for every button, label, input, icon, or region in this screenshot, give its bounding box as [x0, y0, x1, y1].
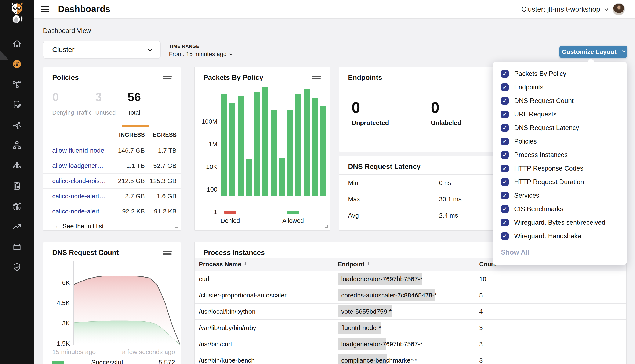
cluster-switcher[interactable]: Cluster: jlt-msft-workshop	[521, 5, 607, 13]
endpoints-stat: 0Unlabeled	[431, 99, 461, 126]
bar-allowed	[246, 159, 252, 196]
policies-card: Policies 0Denying Traffic3Unused56Total …	[43, 67, 181, 230]
checkbox-checked-icon[interactable]: ✓	[501, 192, 509, 199]
see-full-list-link[interactable]: → See the full list	[52, 222, 104, 230]
customize-menu-item[interactable]: ✓Policies	[493, 135, 627, 148]
sidebar-item-trending-up[interactable]	[0, 220, 34, 233]
checkbox-checked-icon[interactable]: ✓	[501, 84, 509, 91]
customize-menu-item[interactable]: ✓CIS Benchmarks	[493, 202, 627, 216]
policy-name-link[interactable]: calico-cloud-apiserver-…	[52, 177, 111, 184]
policy-name-link[interactable]: calico-node-alertmana…	[52, 208, 111, 215]
checkbox-checked-icon[interactable]: ✓	[501, 205, 509, 213]
policy-name-link[interactable]: calico-node-alertmana…	[52, 192, 111, 200]
y-axis-tick: 1M	[196, 140, 217, 148]
sidebar-item-home[interactable]	[0, 37, 34, 50]
policies-stat-tab[interactable]: 3Unused	[95, 90, 116, 116]
ingress-value: 146.7 GB	[111, 147, 145, 154]
customize-menu-item[interactable]: ✓URL Requests	[493, 108, 627, 121]
cluster-switcher-label: Cluster: jlt-msft-workshop	[521, 5, 600, 13]
checkbox-checked-icon[interactable]: ✓	[501, 110, 509, 118]
drag-handle-icon[interactable]	[163, 76, 172, 81]
dns-request-count-card: DNS Request Count 1.5K3K4.5K6K 15 minute…	[43, 242, 181, 364]
file-edit-icon	[12, 100, 22, 110]
checkbox-checked-icon[interactable]: ✓	[501, 124, 509, 132]
column-header: INGRESS	[111, 132, 145, 138]
sidebar-item-bar-chart[interactable]	[0, 199, 34, 213]
menu-item-label: Wireguard. Bytes sent/received	[514, 219, 605, 226]
policies-stat-tab[interactable]: 0Denying Traffic	[52, 90, 92, 116]
dashboard-gauge-icon	[12, 59, 22, 69]
endpoint-cell: loadgenerator-7697bb7567-*	[338, 340, 479, 348]
legend-item[interactable]: Allowed	[282, 211, 304, 224]
table-row: calico-node-alertmana…92.2 KB91.2 KB	[43, 204, 180, 219]
user-avatar[interactable]	[612, 3, 625, 16]
trending-up-icon	[12, 222, 22, 231]
checkbox-checked-icon[interactable]: ✓	[501, 165, 509, 172]
checkbox-checked-icon[interactable]: ✓	[501, 138, 509, 145]
stat-value: 0	[431, 99, 461, 116]
sidebar-item-network-topology[interactable]	[0, 78, 34, 91]
egress-value: 1.7 TB	[145, 147, 176, 154]
checkbox-checked-icon[interactable]: ✓	[501, 97, 509, 105]
sidebar-item-sitemap[interactable]	[0, 138, 34, 152]
stat-label: Unprotected	[352, 119, 389, 126]
drag-handle-icon[interactable]	[312, 76, 321, 81]
sidebar-item-clipboard-list[interactable]	[0, 179, 34, 192]
menu-hamburger-icon[interactable]	[41, 6, 49, 12]
sidebar-item-cluster-nodes[interactable]	[0, 159, 34, 172]
checkbox-checked-icon[interactable]: ✓	[501, 178, 509, 186]
checkbox-checked-icon[interactable]: ✓	[501, 232, 509, 240]
latency-stat-value: 2.4 ms	[439, 212, 458, 219]
drag-handle-icon[interactable]	[163, 251, 172, 256]
count-cell: 3	[479, 357, 483, 364]
table-row: /var/lib/ruby/bin/rubyfluentd-node-*3	[194, 320, 626, 336]
sidebar-item-dashboard-gauge[interactable]	[0, 57, 34, 71]
y-axis-tick: 6K	[49, 279, 70, 286]
endpoints-stat: 0Unprotected	[352, 99, 389, 126]
endpoint-chip: vote-5655bd759-*	[338, 306, 392, 318]
endpoint-chip: compliance-benchmarker-*	[338, 354, 417, 364]
latency-stat-value: 0 ns	[439, 179, 451, 186]
policy-name-link[interactable]: allow-fluentd-node	[52, 147, 111, 154]
view-select[interactable]: Cluster	[43, 40, 161, 59]
legend-label: Allowed	[282, 217, 304, 224]
menu-item-label: HTTP Response Codes	[514, 165, 583, 172]
table-row: curlloadgenerator-7697bb7567-*10	[194, 271, 626, 287]
y-axis-tick: 4.5K	[49, 299, 70, 307]
egress-value: 1.6 GB	[145, 192, 176, 200]
legend-swatch	[287, 211, 299, 214]
customize-menu-item[interactable]: ✓HTTP Response Codes	[493, 162, 627, 175]
stat-label: Unlabeled	[431, 119, 461, 126]
calico-cat-logo[interactable]	[5, 1, 29, 23]
resize-handle[interactable]	[175, 225, 178, 228]
customize-menu-item[interactable]: ✓Process Instances	[493, 148, 627, 162]
policy-name-link[interactable]: allow-loadgenerator	[52, 162, 111, 169]
resize-handle[interactable]	[325, 225, 328, 228]
sort-process-name[interactable]: Process Name	[199, 261, 338, 268]
sidebar-item-file-edit[interactable]	[0, 98, 34, 112]
checkbox-checked-icon[interactable]: ✓	[501, 151, 509, 159]
y-axis-tick: 100	[196, 186, 217, 193]
customize-menu-item[interactable]: ✓Wireguard. Handshake	[493, 229, 627, 243]
show-all-link[interactable]: Show All	[501, 248, 627, 256]
customize-layout-button[interactable]: Customize Layout	[559, 46, 627, 58]
sidebar-item-package[interactable]	[0, 240, 34, 254]
checkbox-checked-icon[interactable]: ✓	[501, 219, 509, 226]
time-range-control[interactable]: TIME RANGE From: 15 minutes ago	[169, 44, 231, 58]
sidebar-item-graph-nodes[interactable]	[0, 118, 34, 132]
customize-menu-item[interactable]: ✓DNS Request Latency	[493, 121, 627, 135]
policies-stat-tab[interactable]: 56Total	[128, 90, 141, 116]
customize-menu-item[interactable]: ✓Packets By Policy	[493, 67, 627, 80]
egress-value: 52.7 GB	[145, 162, 176, 169]
customize-menu-item[interactable]: ✓DNS Request Count	[493, 94, 627, 108]
sort-endpoint[interactable]: Endpoint	[338, 261, 479, 268]
menu-item-label: DNS Request Latency	[514, 124, 579, 132]
sidebar-item-shield-check[interactable]	[0, 260, 34, 274]
customize-menu-item[interactable]: ✓Endpoints	[493, 80, 627, 94]
customize-menu-item[interactable]: ✓HTTP Request Duration	[493, 175, 627, 189]
customize-menu-item[interactable]: ✓Wireguard. Bytes sent/received	[493, 216, 627, 229]
customize-menu-item[interactable]: ✓Services	[493, 189, 627, 202]
endpoint-cell: loadgenerator-7697bb7567-*	[338, 276, 479, 282]
checkbox-checked-icon[interactable]: ✓	[501, 70, 509, 78]
legend-item[interactable]: Denied	[221, 211, 240, 224]
